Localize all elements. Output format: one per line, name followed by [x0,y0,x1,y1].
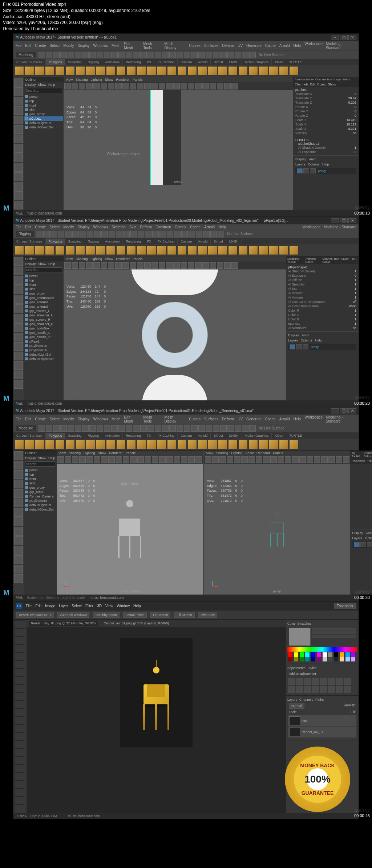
shelf-tab-rigging[interactable]: Rigging [85,433,102,439]
toolbar-icon[interactable] [213,425,219,432]
toolbar-icon[interactable] [234,456,240,463]
toolbar-icon[interactable] [14,732,25,740]
menu-display[interactable]: Display [78,417,90,421]
layer-cell[interactable] [296,344,302,349]
attr-translate-y[interactable]: Translate Y20.67 [295,96,356,100]
outliner-item-geo_handle_L[interactable]: geo_handle_L [24,331,63,335]
menu-windows[interactable]: Windows [93,44,108,48]
toolbar-icon[interactable] [195,83,202,89]
shelf-tab-turtle[interactable]: TURTLE [286,433,305,439]
menu-show[interactable]: Show [105,78,113,81]
toolbar-icon[interactable] [14,508,23,517]
ps-menu-view[interactable]: View [105,604,113,608]
toolbar-icon[interactable] [14,135,23,143]
toolbar-icon[interactable] [191,52,198,58]
shelf-tab-sculpting[interactable]: Sculpting [65,433,85,439]
menu-help[interactable]: Help [294,417,301,421]
toolbar-icon[interactable] [241,456,248,463]
toolbar-icon[interactable] [14,676,25,684]
toolbar-icon[interactable] [25,440,34,449]
shelf-tab-xgen[interactable]: XGen [272,433,286,439]
outliner-item-geo_handle_R[interactable]: geo_handle_R [24,335,63,339]
menu-renderer[interactable]: Renderer [109,451,123,455]
menu-mesh-tools[interactable]: Mesh Tools [143,42,161,50]
toolbar-icon[interactable] [46,425,52,432]
outliner-item-Render_Camera[interactable]: Render_Camera [24,494,56,499]
shelf-tab-polygons[interactable]: Polygons [46,239,65,244]
menu-show[interactable]: Show [245,451,254,455]
optbar-fit-screen[interactable]: Fit Screen [150,612,170,618]
outliner-show[interactable]: Show [38,83,46,87]
attr-ai-sss[interactable]: Ai Sss1 [288,287,356,291]
toolbar-icon[interactable] [195,262,202,269]
outliner-item-geo_bodyBox[interactable]: geo_bodyBox [24,326,63,331]
options-menu[interactable]: Options [301,339,312,342]
canvas[interactable] [120,638,193,747]
chan-edit[interactable]: Edit [310,83,316,86]
toolbar-icon[interactable] [15,440,24,449]
outliner-item-pPipe1[interactable]: pPipe1 [24,339,63,344]
attr-tab[interactable]: Attribute Editor [306,257,321,264]
mode-dropdown[interactable]: Modeling [16,425,36,431]
toolbar-icon[interactable] [177,52,183,58]
toolbar-icon[interactable] [336,678,343,685]
toolbar-icon[interactable] [212,456,219,463]
ps-menu-window[interactable]: Window [117,604,130,608]
toolbar-icon[interactable] [159,262,165,269]
toolbar-icon[interactable] [173,262,180,269]
toolbar-icon[interactable] [14,780,25,788]
toolbar-icon[interactable] [227,456,233,463]
toolbar-icon[interactable] [320,686,327,693]
toolbar-icon[interactable] [130,262,136,269]
swatches-tab[interactable]: Swatches [298,622,312,625]
toolbar-icon[interactable] [14,489,23,498]
toolbar-icon[interactable] [14,461,23,469]
optbar-resize-windows-to-fit[interactable]: Resize Windows to Fit [16,612,54,618]
menu-create[interactable]: Create [35,44,46,48]
toolbar-icon[interactable] [184,52,190,58]
layer-cell[interactable] [310,168,316,173]
toolbar-icon[interactable] [14,700,25,708]
swatch[interactable] [294,657,298,661]
toolbar-icon[interactable] [97,425,103,432]
toolbar-icon[interactable] [188,456,195,463]
toolbar-icon[interactable] [157,66,166,76]
shelf-tab-curves-surfaces[interactable]: Curves / Surfaces [13,59,46,65]
toolbar-icon[interactable] [122,83,129,89]
shape-node[interactable]: pCubeShape1 [295,142,356,145]
menu-lighting[interactable]: Lighting [90,78,102,81]
toolbar-icon[interactable] [140,425,147,432]
toolbar-icon[interactable] [181,231,188,237]
toolbar-icon[interactable] [14,87,23,96]
toolbar-icon[interactable] [217,262,223,269]
attr-scale-z[interactable]: Scale Z8.371 [295,127,356,131]
toolbar-icon[interactable] [14,574,23,583]
outliner-item-defaultLightSet[interactable]: defaultLightSet [24,121,63,125]
toolbar-icon[interactable] [152,231,159,237]
menu-arnold[interactable]: Arnold [204,225,215,229]
toolbar-icon[interactable] [65,245,75,255]
toolbar-icon[interactable] [118,52,125,58]
ps-menu-3d[interactable]: 3D [97,604,102,608]
workspace-essentials[interactable]: Essentials [334,603,356,609]
toolbar-icon[interactable] [65,456,71,463]
help-menu[interactable]: Help [322,163,329,166]
mode-dropdown[interactable]: Modeling [16,52,36,57]
toolbar-icon[interactable] [14,116,23,124]
toolbar-icon[interactable] [208,66,217,76]
toolbar-icon[interactable] [312,686,319,693]
menu-cache[interactable]: Cache [190,225,201,229]
toolbar-icon[interactable] [336,456,342,463]
ps-menu-filter[interactable]: Filter [85,604,93,608]
outliner-help[interactable]: Help [48,262,55,266]
anim-tab[interactable]: Anim [302,333,310,337]
attr-intensity[interactable]: Intensity1 [288,321,356,326]
toolkit-tab[interactable]: Modeling Toolkit [287,257,304,264]
shelf-tab-mash[interactable]: MASH [226,433,242,439]
menu-deform[interactable]: Deform [222,417,234,421]
toolbar-icon[interactable] [126,245,136,255]
toolbar-icon[interactable] [159,83,165,89]
toolbar-icon[interactable] [248,66,258,76]
channels-tab[interactable]: Channels [299,698,313,701]
toolbar-icon[interactable] [152,456,158,463]
